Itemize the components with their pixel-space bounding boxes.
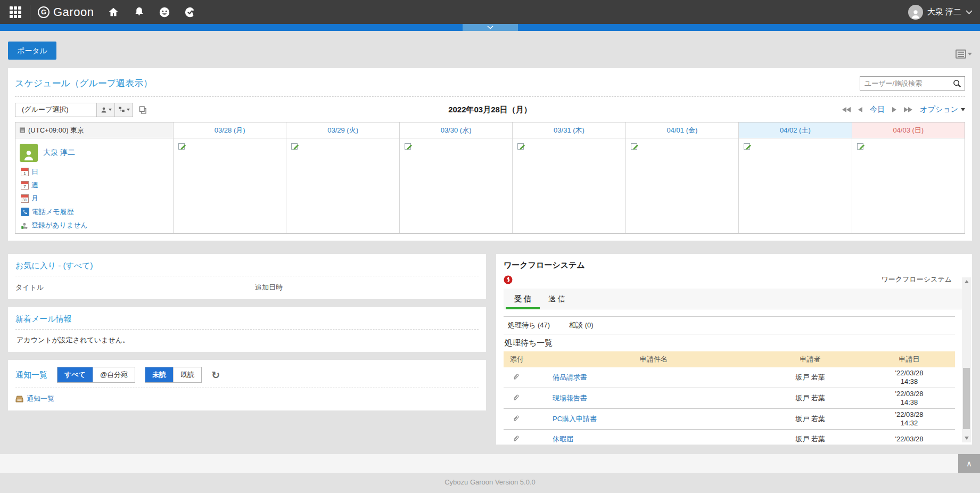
- consult-count-link[interactable]: 相談 (0): [569, 321, 594, 330]
- add-appointment-icon[interactable]: [743, 142, 752, 151]
- header-collapse-tab[interactable]: [463, 24, 518, 31]
- tray-icon: [15, 396, 23, 402]
- workflow-scrollbar[interactable]: [962, 277, 971, 442]
- filter-all-button[interactable]: すべて: [57, 367, 93, 382]
- scroll-to-top-button[interactable]: ∧: [958, 454, 980, 473]
- prev-week-button[interactable]: [842, 107, 851, 112]
- day-header-saturday[interactable]: 04/02 (土): [738, 122, 851, 138]
- applicant-name: 坂戸 若葉: [757, 430, 863, 445]
- month-view-link[interactable]: 31 月: [21, 194, 169, 203]
- col-request-name: 申請件名: [550, 351, 757, 367]
- organization-select-button[interactable]: [114, 103, 133, 117]
- add-appointment-icon[interactable]: [857, 142, 865, 151]
- search-icon[interactable]: [952, 79, 961, 88]
- no-registration-link[interactable]: 登録がありません: [21, 220, 169, 230]
- copy-icon: [138, 105, 147, 114]
- add-appointment-icon[interactable]: [291, 142, 299, 151]
- notification-list-link-row[interactable]: 通知一覧: [15, 394, 479, 404]
- tab-portal[interactable]: ポータル: [8, 42, 56, 60]
- col-applicant: 申請者: [757, 351, 863, 367]
- favorites-title[interactable]: お気に入り - (すべて): [15, 261, 93, 270]
- schedule-day-cell: [625, 138, 738, 233]
- add-appointment-icon[interactable]: [517, 142, 525, 151]
- request-link[interactable]: 備品請求書: [553, 373, 587, 381]
- search-input[interactable]: [864, 79, 952, 87]
- refresh-icon[interactable]: ↻: [211, 370, 220, 380]
- caret-down-icon: [968, 53, 972, 55]
- filter-read-button[interactable]: 既読: [173, 367, 201, 382]
- tab-sent[interactable]: 送 信: [540, 289, 574, 309]
- pending-count-link[interactable]: 処理待ち (47): [508, 321, 550, 330]
- user-avatar[interactable]: [20, 144, 38, 162]
- today-link[interactable]: 今日: [870, 105, 885, 114]
- duplicate-view-button[interactable]: [138, 105, 147, 114]
- prev-day-button[interactable]: [858, 107, 862, 112]
- user-menu[interactable]: 大泉 淳二: [908, 5, 973, 20]
- org-chart-icon: [118, 106, 126, 113]
- week-view-link[interactable]: 7 週: [21, 180, 169, 190]
- notification-bell-icon[interactable]: [132, 5, 146, 19]
- request-datetime: '22/03/28: [863, 430, 955, 445]
- notifications-title[interactable]: 通知一覧: [15, 370, 47, 380]
- filter-unread-button[interactable]: 未読: [145, 367, 173, 382]
- table-row: 休暇届 坂戸 若葉 '22/03/28: [504, 430, 955, 445]
- add-appointment-icon[interactable]: [404, 142, 413, 151]
- divider: [15, 276, 479, 276]
- day-header[interactable]: 03/30 (水): [399, 122, 512, 138]
- schedule-user-name-link[interactable]: 大泉 淳二: [43, 148, 75, 158]
- portal-list-menu[interactable]: [956, 50, 972, 59]
- applicant-name: 坂戸 若葉: [757, 367, 863, 388]
- paperclip-icon: [512, 373, 520, 381]
- request-link[interactable]: 休暇届: [553, 435, 573, 443]
- topbar-divider: [30, 5, 30, 20]
- home-icon[interactable]: [106, 5, 120, 19]
- options-menu[interactable]: オプション: [920, 105, 965, 114]
- add-appointment-icon[interactable]: [178, 142, 186, 151]
- add-appointment-icon[interactable]: [630, 142, 639, 151]
- applicant-name: 坂戸 若葉: [757, 409, 863, 430]
- no-registration-label: 登録がありません: [31, 220, 88, 230]
- notification-read-filter: 未読 既読: [145, 367, 202, 383]
- calendar-month-icon: 31: [21, 194, 29, 203]
- next-week-button[interactable]: [904, 107, 912, 112]
- day-header[interactable]: 04/01 (金): [625, 122, 738, 138]
- schedule-toolbar: (グループ選択) 2022年03月28日（月）: [15, 102, 965, 118]
- user-memo-icon: [21, 221, 29, 229]
- schedule-day-cell: [852, 138, 965, 233]
- scrollbar-thumb[interactable]: [963, 368, 970, 429]
- scrollbar-down-arrow[interactable]: [962, 434, 971, 442]
- phone-memo-history-link[interactable]: 電話メモ履歴: [21, 207, 169, 217]
- garoon-g-icon: G: [38, 6, 50, 18]
- day-header[interactable]: 03/31 (木): [512, 122, 625, 138]
- tab-inbox[interactable]: 受 信: [506, 289, 540, 309]
- version-text: Cybozu Garoon Version 5.0.0: [0, 473, 980, 493]
- day-view-link[interactable]: 1 日: [21, 167, 169, 177]
- col-attachment: 添付: [504, 351, 550, 367]
- day-header[interactable]: 03/29 (火): [286, 122, 399, 138]
- presence-check-icon[interactable]: [183, 5, 197, 19]
- week-view-label: 週: [31, 180, 38, 190]
- garoon-logo[interactable]: G Garoon: [38, 5, 94, 19]
- new-mail-portlet: 新着メール情報 アカウントが設定されていません。: [8, 307, 486, 352]
- request-link[interactable]: PC購入申請書: [553, 415, 597, 423]
- new-mail-title[interactable]: 新着メール情報: [15, 314, 72, 323]
- app-launcher-icon[interactable]: [7, 4, 23, 20]
- schedule-day-cell: [512, 138, 625, 233]
- scrollbar-up-arrow[interactable]: [962, 277, 971, 286]
- smiley-status-icon[interactable]: [158, 5, 171, 19]
- user-select-button[interactable]: [96, 103, 114, 117]
- schedule-portlet: スケジュール（グループ週表示） (グループ選択): [8, 68, 972, 241]
- next-day-button[interactable]: [892, 107, 896, 112]
- group-select-button[interactable]: (グループ選択): [15, 103, 96, 117]
- schedule-title[interactable]: スケジュール（グループ週表示）: [15, 77, 152, 89]
- day-header-sunday[interactable]: 04/03 (日): [852, 122, 965, 138]
- day-header[interactable]: 03/28 (月): [173, 122, 286, 138]
- workflow-app-link[interactable]: ワークフローシステム: [882, 275, 952, 284]
- filter-mention-button[interactable]: @自分宛: [93, 367, 135, 382]
- current-date-title: 2022年03月28日（月）: [448, 105, 532, 115]
- schedule-day-cell: [286, 138, 399, 233]
- notification-list-link[interactable]: 通知一覧: [27, 394, 54, 404]
- col-request-date: 申請日: [863, 351, 955, 367]
- request-link[interactable]: 現場報告書: [553, 394, 587, 402]
- calendar-day-icon: 1: [21, 168, 29, 176]
